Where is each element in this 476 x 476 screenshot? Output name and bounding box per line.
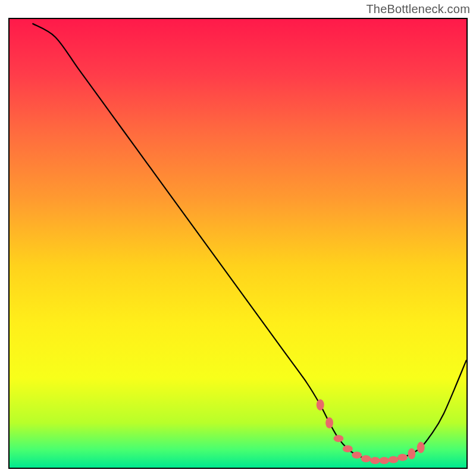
chart-container: TheBottleneck.com [0, 0, 476, 476]
marker-dot [417, 442, 425, 453]
marker-dot [352, 452, 362, 459]
marker-dot [379, 457, 389, 464]
marker-dot [370, 457, 380, 464]
plot-frame [8, 18, 468, 469]
marker-dot [389, 456, 399, 463]
marker-dot [325, 417, 333, 428]
bottleneck-chart [10, 19, 466, 468]
marker-dot [317, 399, 324, 411]
attribution-text: TheBottleneck.com [366, 2, 470, 16]
marker-dot [408, 448, 415, 459]
marker-dot [361, 455, 371, 462]
marker-dot [343, 445, 353, 452]
marker-dot [397, 454, 408, 461]
gradient-background [10, 19, 466, 468]
marker-dot [334, 435, 344, 442]
